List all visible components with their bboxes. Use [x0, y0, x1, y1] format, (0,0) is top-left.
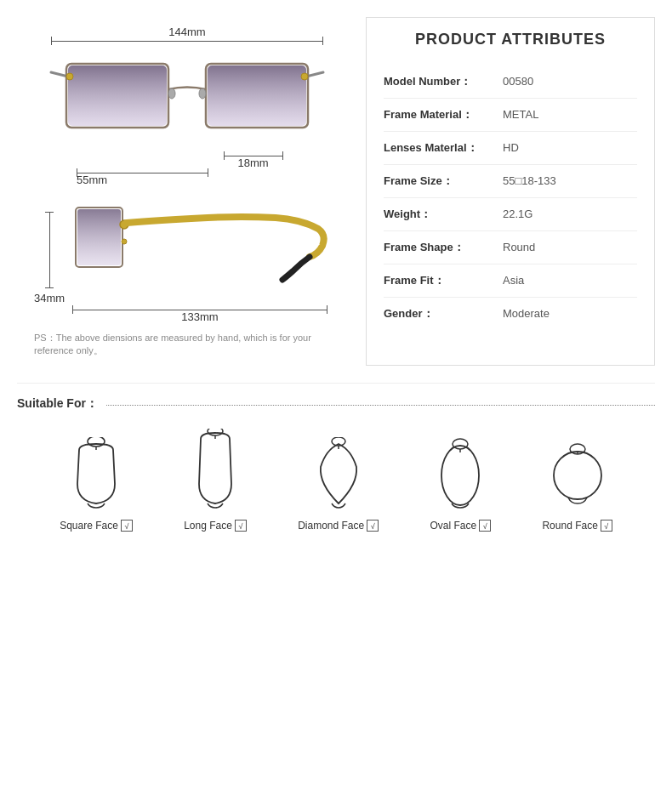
vert-dim-line — [49, 212, 50, 288]
face-shape-svg — [309, 437, 368, 513]
attr-label: Lenses Materlal： — [384, 140, 494, 156]
svg-point-9 — [301, 73, 308, 80]
svg-point-7 — [199, 88, 206, 99]
attr-value: HD — [503, 141, 519, 154]
attr-label: Model Number： — [384, 74, 494, 89]
dim-55-container: 55mm — [77, 173, 332, 186]
svg-rect-5 — [208, 65, 306, 126]
face-shape-svg — [185, 429, 245, 513]
face-shapes-container: Square Face √ Long Face √ Diamond Face √… — [17, 429, 655, 532]
face-checkmark: √ — [601, 520, 612, 532]
attr-row: Frame Shape： Round — [384, 231, 637, 264]
face-shape-svg — [430, 437, 490, 513]
svg-point-13 — [122, 239, 127, 244]
face-name: Oval Face — [430, 520, 476, 532]
attr-label: Frame Size： — [384, 173, 494, 189]
dim-55-line — [77, 173, 208, 173]
dim-133-container: 133mm — [60, 310, 340, 323]
face-shape-svg — [66, 437, 126, 513]
face-shape-label: Diamond Face √ — [298, 520, 379, 532]
dim-144-label: 144mm — [43, 26, 332, 38]
suitable-text: Suitable For： — [17, 396, 98, 412]
suitable-section: Suitable For： Square Face √ Long Face √ … — [17, 383, 655, 532]
face-checkmark: √ — [121, 520, 133, 532]
side-view-diagram — [71, 199, 335, 296]
attr-row: Lenses Materlal： HD — [384, 132, 637, 165]
face-shape-label: Long Face √ — [184, 520, 247, 532]
face-item: Diamond Face √ — [298, 437, 379, 532]
face-name: Round Face — [542, 520, 597, 532]
dim-55-label: 55mm — [77, 173, 107, 186]
face-name: Long Face — [184, 520, 232, 532]
face-item: Square Face √ — [60, 437, 133, 532]
dim-133-label: 133mm — [181, 310, 218, 323]
diagram-section: 144mm — [17, 17, 357, 366]
svg-point-8 — [66, 73, 73, 80]
face-name: Diamond Face — [298, 520, 364, 532]
attr-value: 00580 — [503, 75, 533, 88]
dim-34-label: 34mm — [34, 292, 65, 304]
dim-18-label: 18mm — [237, 156, 268, 169]
attr-row: Frame Fit： Asia — [384, 264, 637, 298]
svg-point-21 — [453, 439, 468, 449]
face-checkmark: √ — [479, 520, 491, 532]
dim-18-line — [224, 156, 283, 156]
svg-point-23 — [554, 452, 601, 499]
attr-value: Round — [503, 241, 535, 253]
svg-rect-3 — [68, 65, 167, 126]
attr-label: Gender： — [384, 306, 494, 321]
attr-row: Weight： 22.1G — [384, 198, 637, 231]
attr-row: Gender： Moderate — [384, 298, 637, 330]
svg-point-16 — [208, 429, 223, 435]
attr-value: 22.1G — [503, 208, 532, 220]
attributes-title: PRODUCT ATTRIBUTES — [384, 31, 637, 48]
suitable-dots — [106, 405, 655, 406]
attr-row: Model Number： 00580 — [384, 65, 637, 99]
ps-note: PS：The above diensions are measured by h… — [34, 332, 340, 357]
attr-row: Frame Material： METAL — [384, 99, 637, 132]
dim-18-container: 18mm — [174, 156, 332, 169]
front-diagram: 144mm — [34, 26, 340, 186]
face-shape-label: Round Face √ — [542, 520, 612, 532]
suitable-label: Suitable For： — [17, 396, 655, 412]
svg-point-14 — [88, 437, 105, 447]
face-item: Oval Face √ — [430, 437, 491, 532]
face-checkmark: √ — [367, 520, 379, 532]
face-shape-label: Oval Face √ — [430, 520, 491, 532]
face-checkmark: √ — [235, 520, 247, 532]
dim-144-line — [51, 41, 323, 42]
face-name: Square Face — [60, 520, 118, 532]
face-item: Long Face √ — [184, 429, 247, 532]
side-view-wrapper: 34mm — [34, 199, 340, 323]
attr-label: Frame Shape： — [384, 240, 494, 255]
attributes-table: Model Number： 00580 Frame Material： META… — [384, 65, 637, 330]
main-container: 144mm — [0, 0, 672, 549]
attr-row: Frame Size： 55□18-133 — [384, 165, 637, 198]
face-shape-label: Square Face √ — [60, 520, 133, 532]
attr-value: METAL — [503, 108, 538, 121]
attr-value: Asia — [503, 274, 524, 287]
attr-label: Frame Material： — [384, 107, 494, 122]
face-item: Round Face √ — [542, 437, 612, 532]
attr-value: Moderate — [503, 307, 550, 320]
svg-point-6 — [168, 88, 175, 99]
attr-value: 55□18-133 — [503, 174, 556, 187]
attributes-section: PRODUCT ATTRIBUTES Model Number： 00580 F… — [366, 17, 655, 366]
svg-point-20 — [441, 446, 479, 505]
face-shape-svg — [548, 437, 607, 513]
attr-label: Frame Fit： — [384, 273, 494, 288]
svg-rect-11 — [77, 209, 121, 265]
top-section: 144mm — [17, 17, 655, 366]
sunglasses-side-svg — [71, 199, 335, 293]
attr-label: Weight： — [384, 207, 494, 222]
sunglasses-front-svg — [43, 47, 332, 149]
dim-133-line — [72, 310, 327, 310]
